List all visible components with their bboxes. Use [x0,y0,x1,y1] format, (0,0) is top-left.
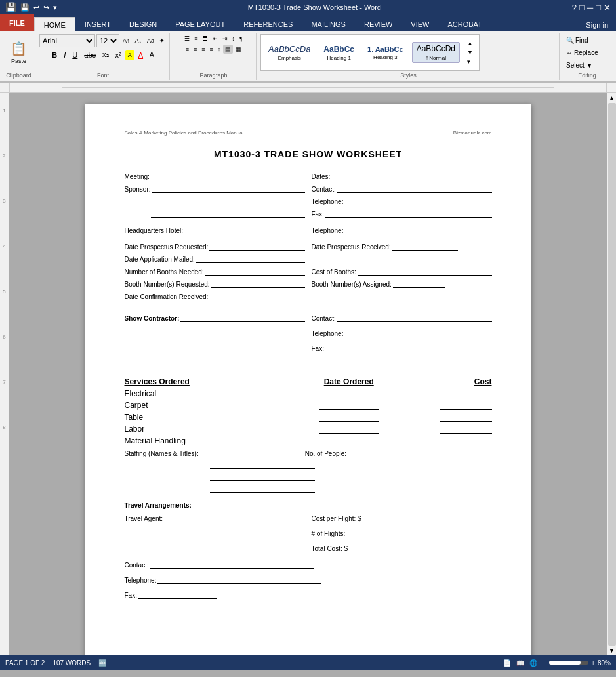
show-formatting-btn[interactable]: ¶ [237,34,245,43]
align-right-btn[interactable]: ≡ [199,45,207,54]
decrease-indent-btn[interactable]: ⇤ [211,34,220,43]
contractor-input4[interactable] [171,358,249,367]
style-emphasis[interactable]: AaBbCcDa Emphasis [264,42,315,63]
zoom-bar[interactable] [549,661,588,665]
subscript-button[interactable]: x₂ [100,49,112,61]
table-date-input[interactable] [319,413,379,422]
tab-view[interactable]: VIEW [401,17,438,31]
electrical-cost-input[interactable] [440,389,492,398]
num-booths-input[interactable] [205,266,305,276]
date-app-mailed-input[interactable] [196,254,305,263]
tab-file[interactable]: FILE [0,14,34,31]
tab-acrobat[interactable]: ACROBAT [438,17,491,31]
no-people-input[interactable] [348,448,400,457]
zoom-controls[interactable]: − + 80% [543,659,611,667]
scroll-up-btn[interactable]: ▲ [609,94,615,102]
travel-agent-input2[interactable] [157,528,305,537]
undo-btn[interactable]: ↩ [33,3,39,12]
paste-button[interactable]: 📋 Paste [8,39,30,66]
sponsor-input[interactable] [152,184,305,193]
contact3-input[interactable] [150,560,314,569]
table-cost-input[interactable] [440,413,492,422]
telephone-input[interactable] [344,196,491,205]
contractor-input2[interactable] [171,328,305,337]
decrease-font-btn[interactable]: A↓ [133,36,144,45]
align-left-btn[interactable]: ≡ [184,45,191,54]
staffing-extra2[interactable] [210,472,315,481]
font-size-select[interactable]: 12 [96,34,119,47]
date-prosp-req-input[interactable] [209,241,304,251]
tab-references[interactable]: REFERENCES [234,17,302,31]
dates-input[interactable] [331,171,491,180]
tab-mailings[interactable]: MAILINGS [302,17,355,31]
telephone2-input[interactable] [344,225,491,234]
material-date-input[interactable] [319,436,379,445]
quick-save[interactable]: 💾 [20,3,30,12]
underline-button[interactable]: U [70,49,80,61]
staffing-extra3[interactable] [210,483,315,493]
numbering-btn[interactable]: ≡ [192,34,199,43]
labor-date-input[interactable] [319,424,379,434]
tab-home[interactable]: HOME [34,17,75,31]
travel-agent-input[interactable] [164,513,304,522]
labor-cost-input[interactable] [440,424,492,434]
style-heading1[interactable]: AaBbCc Heading 1 [319,43,359,63]
staffing-extra1[interactable] [210,460,315,469]
select-button[interactable]: Select ▼ [564,60,611,71]
fax3-input[interactable] [138,590,217,599]
styles-scroll-up[interactable]: ▲ [465,39,475,48]
minimize-btn[interactable]: ─ [587,3,593,12]
sort-btn[interactable]: ↕ [230,34,237,43]
strikethrough-button[interactable]: abc [81,49,98,61]
material-cost-input[interactable] [440,436,492,445]
help-btn[interactable]: ? [572,3,577,12]
sponsor-input3[interactable] [151,209,305,218]
superscript-button[interactable]: x² [113,49,124,61]
clear-format-btn[interactable]: ✦ [157,36,167,45]
carpet-cost-input[interactable] [440,401,492,410]
close-btn[interactable]: ✕ [604,3,611,12]
increase-font-btn[interactable]: A↑ [121,36,132,45]
tab-review[interactable]: REVIEW [355,17,401,31]
scrollbar-right[interactable]: ▲ ▼ [607,93,616,655]
zoom-out-btn[interactable]: − [543,659,546,667]
tab-page-layout[interactable]: PAGE LAYOUT [166,17,234,31]
telephone3-input[interactable] [344,328,491,337]
contractor-input3[interactable] [171,343,305,352]
booth-assigned-input[interactable] [393,279,445,288]
style-normal[interactable]: AaBbCcDd ↑ Normal [412,42,460,63]
redo-btn[interactable]: ↪ [43,3,49,12]
styles-scroll-down[interactable]: ▼ [465,48,475,57]
multilevel-btn[interactable]: ≣ [201,34,210,43]
shading-btn[interactable]: ▤ [223,45,233,54]
view-reading-btn[interactable]: 📖 [516,659,524,667]
booth-req-input[interactable] [211,279,305,288]
bold-button[interactable]: B [49,49,60,61]
contact-input[interactable] [337,184,492,193]
num-flights-input[interactable] [346,528,491,537]
highlight-color-btn[interactable]: A [125,50,134,60]
telephone4-input[interactable] [157,575,321,584]
find-button[interactable]: 🔍 Find [564,35,611,46]
carpet-date-input[interactable] [319,401,379,410]
meeting-input[interactable] [151,171,305,180]
total-cost-input[interactable] [349,543,491,552]
borders-btn[interactable]: ▦ [234,45,243,54]
zoom-in-btn[interactable]: + [591,659,595,667]
change-case-btn[interactable]: Aa [145,36,156,45]
cost-flight-input[interactable] [363,513,492,522]
align-center-btn[interactable]: ≡ [192,45,199,54]
fax2-input[interactable] [325,343,492,352]
text-effects-btn[interactable]: A [147,49,157,60]
sponsor-input2[interactable] [151,196,305,205]
font-color-btn[interactable]: A [136,49,146,61]
date-confirm-input[interactable] [209,291,288,300]
scroll-thumb[interactable] [608,103,616,646]
ribbon-toggle-btn[interactable]: □ [579,3,585,12]
maximize-btn[interactable]: □ [596,3,601,12]
tab-insert[interactable]: INSERT [75,17,120,31]
replace-button[interactable]: ↔ Replace [564,47,611,58]
italic-button[interactable]: I [61,49,68,61]
scroll-down-btn[interactable]: ▼ [609,647,615,654]
tab-design[interactable]: DESIGN [120,17,166,31]
